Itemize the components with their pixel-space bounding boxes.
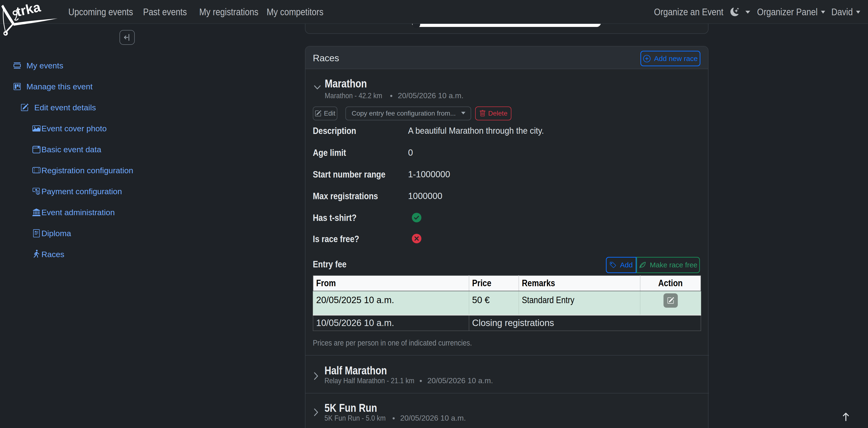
svg-text:$: $ bbox=[37, 191, 39, 195]
svg-text:trka: trka bbox=[15, 1, 42, 19]
